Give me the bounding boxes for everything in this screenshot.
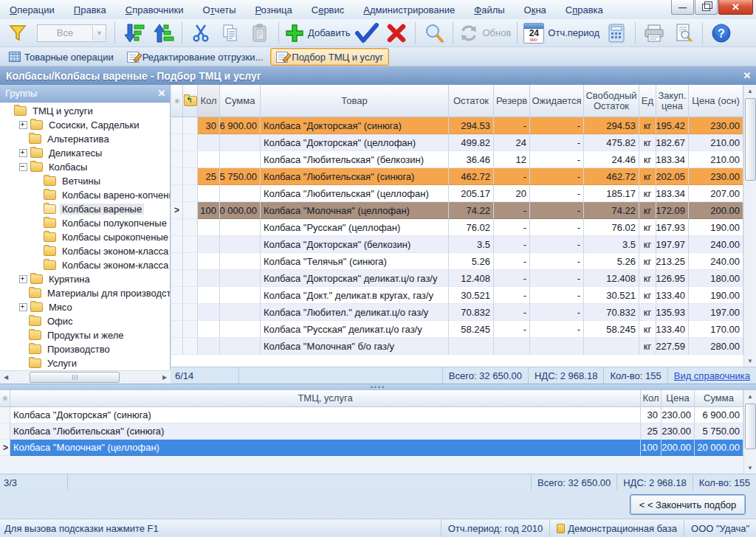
selection-header-price[interactable]: Цена <box>662 390 695 407</box>
sort-ascending-button[interactable] <box>148 21 178 46</box>
scroll-up-icon[interactable]: ▲ <box>744 86 756 97</box>
scroll-right-icon[interactable]: ▶ <box>159 372 171 383</box>
catalog-row[interactable]: Колбаса "Докторская" деликат.ц/о газ/у12… <box>171 270 756 287</box>
catalog-row[interactable]: Колбаса "Любительская" (белкозин)36.4612… <box>171 151 756 168</box>
catalog-header-reserve[interactable]: Резерв <box>494 85 530 117</box>
restore-button[interactable] <box>695 0 718 15</box>
collapse-icon[interactable] <box>19 163 27 171</box>
menu-item[interactable]: Справка <box>556 1 613 19</box>
search-button[interactable] <box>419 21 449 46</box>
menu-item[interactable]: Правка <box>64 1 116 19</box>
tree-item[interactable]: Колбасы варено-копченые <box>0 188 170 202</box>
tree-item[interactable]: Альтернатива <box>0 132 170 146</box>
help-button[interactable]: ? <box>707 21 736 46</box>
delete-button[interactable] <box>382 21 411 46</box>
filter-combobox[interactable]: Все ▼ <box>37 24 106 42</box>
catalog-header-price[interactable]: Цена (осн) <box>689 85 743 117</box>
scroll-down-icon[interactable]: ▼ <box>744 356 756 367</box>
catalog-header-unit[interactable]: Ед <box>639 85 656 117</box>
catalog-header-expected[interactable]: Ожидается <box>530 85 584 117</box>
selection-header-sum[interactable]: Сумма <box>695 390 743 407</box>
catalog-row[interactable]: >10020 000.00Колбаса "Молочная" (целлофа… <box>171 202 756 219</box>
tree-item[interactable]: Колбасы эконом-класса в за <box>0 258 170 272</box>
report-period-button[interactable]: 24 MAY Отч.период <box>521 21 602 46</box>
groups-panel-close-icon[interactable]: ✕ <box>154 88 170 99</box>
catalog-header-qty[interactable]: Кол <box>198 85 220 117</box>
tree-item[interactable]: ТМЦ и услуги <box>0 104 170 118</box>
document-close-icon[interactable]: ✕ <box>738 70 756 81</box>
catalog-vscrollbar[interactable]: ▲ ▼ <box>743 85 756 367</box>
catalog-row[interactable]: Колбаса "Докторская" (целлофан)499.8224-… <box>171 134 756 151</box>
vscroll-thumb[interactable] <box>745 98 756 181</box>
vscroll-thumb[interactable] <box>745 403 756 449</box>
tab-active[interactable]: Подбор ТМЦ и услуг <box>270 48 389 66</box>
expand-icon[interactable] <box>19 303 27 311</box>
groups-tree-hscrollbar[interactable]: ◀ ▶ <box>0 370 171 384</box>
catalog-header-sum[interactable]: Сумма <box>220 85 261 117</box>
refresh-button[interactable]: Обнов <box>457 21 513 46</box>
close-button[interactable]: ✕ <box>718 0 753 15</box>
copy-button[interactable] <box>216 21 245 46</box>
selection-header-qty[interactable]: Кол <box>641 390 662 407</box>
catalog-view-link[interactable]: Вид справочника <box>674 370 750 381</box>
scroll-down-icon[interactable]: ▼ <box>744 462 756 474</box>
tab-inactive[interactable]: Редактирование отгрузки... <box>121 48 269 66</box>
finish-selection-button[interactable]: < < Закончить подбор <box>630 494 746 515</box>
catalog-row[interactable]: Колбаса "Русская" деликат.ц/о газ/у58.24… <box>171 321 756 338</box>
catalog-row[interactable]: 255 750.00Колбаса "Любительская" (синюга… <box>171 168 756 185</box>
calculator-button[interactable] <box>602 21 631 46</box>
selection-row[interactable]: Колбаса "Любительская" (синюга)25230.005… <box>0 423 756 440</box>
tree-item[interactable]: Мясо <box>0 300 170 314</box>
tree-item[interactable]: Колбасы вареные <box>0 202 170 216</box>
catalog-header-folder[interactable] <box>183 85 198 117</box>
catalog-header-stock[interactable]: Остаток <box>449 85 494 117</box>
tree-item[interactable]: Офис <box>0 314 170 328</box>
selection-vscrollbar[interactable]: ▲ ▼ <box>743 390 756 474</box>
catalog-row[interactable]: Колбаса "Любительская" (целлофан)205.172… <box>171 185 756 202</box>
apply-button[interactable] <box>352 21 382 46</box>
catalog-row[interactable]: Колбаса "Телячья" (синюга)5.26--5.26кг21… <box>171 253 756 270</box>
sort-descending-button[interactable] <box>119 21 148 46</box>
catalog-row[interactable]: Колбаса "Русская" (целлофан)76.02--76.02… <box>171 219 756 236</box>
menu-item[interactable]: Розница <box>245 1 301 19</box>
tree-item[interactable]: Колбасы сырокопченые <box>0 230 170 244</box>
catalog-header-purchase[interactable]: Закуп. цена <box>656 85 689 117</box>
tree-item[interactable]: Продукты и желе <box>0 328 170 342</box>
catalog-header-name[interactable]: Товар <box>261 85 449 117</box>
catalog-row[interactable]: 306 900.00Колбаса "Докторская" (синюга)2… <box>171 117 756 134</box>
menu-item[interactable]: Администрирование <box>354 1 464 19</box>
tree-item[interactable]: Колбасы эконом-класса <box>0 244 170 258</box>
menu-item[interactable]: Окна <box>515 1 556 19</box>
minimize-button[interactable]: — <box>671 0 694 15</box>
tree-item[interactable]: Курятина <box>0 272 170 286</box>
scroll-up-icon[interactable]: ▲ <box>744 391 756 402</box>
tree-item[interactable]: Ветчины <box>0 174 170 188</box>
catalog-header-selector[interactable]: ✳ <box>171 85 183 117</box>
expand-icon[interactable] <box>19 149 27 157</box>
menu-item[interactable]: Отчеты <box>193 1 246 19</box>
tree-item[interactable]: Услуги <box>0 356 170 370</box>
filter-button[interactable] <box>3 21 32 46</box>
tree-item[interactable]: Сосиски, Сардельки <box>0 118 170 132</box>
paste-button[interactable] <box>245 21 275 46</box>
tab-inactive[interactable]: Товарные операции <box>3 48 120 66</box>
expand-icon[interactable] <box>19 275 27 283</box>
print-button[interactable] <box>639 21 669 46</box>
menu-item[interactable]: Справочники <box>116 1 193 19</box>
expand-icon[interactable] <box>19 121 27 129</box>
tree-item[interactable]: Колбасы полукопченые <box>0 216 170 230</box>
catalog-header-free[interactable]: Свободный Остаток <box>584 85 639 117</box>
selection-row[interactable]: >Колбаса "Молочная" (целлофан)100200.002… <box>0 440 756 456</box>
tree-item[interactable]: Материалы для производства <box>0 286 170 300</box>
tree-item[interactable]: Производство <box>0 342 170 356</box>
tree-item[interactable]: Колбасы <box>0 160 170 174</box>
add-button[interactable]: Добавить <box>283 21 352 46</box>
tree-item[interactable]: Деликатесы <box>0 146 170 160</box>
catalog-row[interactable]: Колбаса "Докт." деликат.в кругах, газ/у3… <box>171 287 756 304</box>
selection-row[interactable]: Колбаса "Докторская" (синюга)30230.006 9… <box>0 407 756 423</box>
menu-item[interactable]: Операции <box>0 1 64 19</box>
menu-item[interactable]: Сервис <box>302 1 354 19</box>
catalog-row[interactable]: Колбаса "Молочная" б/о газ/укг227.59280.… <box>171 338 756 355</box>
cut-button[interactable] <box>186 21 216 46</box>
selection-header-selector[interactable]: ✳ <box>0 390 10 407</box>
